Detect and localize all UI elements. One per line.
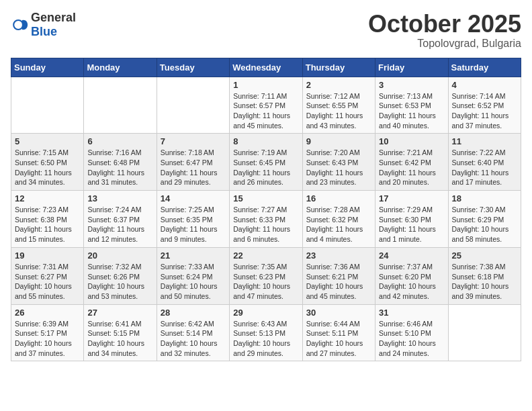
calendar-cell xyxy=(157,77,229,134)
calendar-cell xyxy=(448,304,521,361)
day-info: Sunrise: 6:41 AM Sunset: 5:15 PM Dayligh… xyxy=(87,319,152,359)
day-info: Sunrise: 7:28 AM Sunset: 6:32 PM Dayligh… xyxy=(306,205,371,244)
calendar-cell: 10Sunrise: 7:21 AM Sunset: 6:42 PM Dayli… xyxy=(375,134,448,191)
day-number: 8 xyxy=(233,136,298,146)
calendar-cell: 27Sunrise: 6:41 AM Sunset: 5:15 PM Dayli… xyxy=(84,304,157,361)
day-info: Sunrise: 7:29 AM Sunset: 6:30 PM Dayligh… xyxy=(379,205,444,244)
calendar-cell: 23Sunrise: 7:36 AM Sunset: 6:21 PM Dayli… xyxy=(302,247,375,304)
day-info: Sunrise: 7:35 AM Sunset: 6:23 PM Dayligh… xyxy=(233,262,298,302)
day-info: Sunrise: 7:27 AM Sunset: 6:33 PM Dayligh… xyxy=(233,205,298,244)
logo: General Blue xyxy=(11,11,76,39)
day-info: Sunrise: 7:12 AM Sunset: 6:55 PM Dayligh… xyxy=(306,91,371,131)
day-number: 6 xyxy=(87,136,152,146)
day-info: Sunrise: 7:16 AM Sunset: 6:48 PM Dayligh… xyxy=(87,148,152,187)
day-number: 30 xyxy=(306,308,371,318)
logo-text: General Blue xyxy=(31,11,76,39)
calendar-week-row: 19Sunrise: 7:31 AM Sunset: 6:27 PM Dayli… xyxy=(11,247,521,304)
calendar-cell: 31Sunrise: 6:46 AM Sunset: 5:10 PM Dayli… xyxy=(375,304,448,361)
calendar-cell: 5Sunrise: 7:15 AM Sunset: 6:50 PM Daylig… xyxy=(11,134,84,191)
day-number: 4 xyxy=(452,80,517,90)
day-number: 15 xyxy=(233,193,298,203)
day-info: Sunrise: 7:30 AM Sunset: 6:29 PM Dayligh… xyxy=(452,205,517,244)
day-info: Sunrise: 7:20 AM Sunset: 6:43 PM Dayligh… xyxy=(306,148,371,187)
calendar-cell: 26Sunrise: 6:39 AM Sunset: 5:17 PM Dayli… xyxy=(11,304,84,361)
day-info: Sunrise: 7:21 AM Sunset: 6:42 PM Dayligh… xyxy=(379,148,444,187)
location-title: Topolovgrad, Bulgaria xyxy=(368,38,521,50)
day-info: Sunrise: 7:23 AM Sunset: 6:38 PM Dayligh… xyxy=(15,205,80,244)
day-info: Sunrise: 7:36 AM Sunset: 6:21 PM Dayligh… xyxy=(306,262,371,302)
day-number: 12 xyxy=(15,193,80,203)
day-number: 16 xyxy=(306,193,371,203)
calendar-cell: 11Sunrise: 7:22 AM Sunset: 6:40 PM Dayli… xyxy=(448,134,521,191)
calendar-cell: 7Sunrise: 7:18 AM Sunset: 6:47 PM Daylig… xyxy=(157,134,229,191)
calendar-cell: 19Sunrise: 7:31 AM Sunset: 6:27 PM Dayli… xyxy=(11,247,84,304)
calendar-cell: 30Sunrise: 6:44 AM Sunset: 5:11 PM Dayli… xyxy=(302,304,375,361)
calendar-cell: 21Sunrise: 7:33 AM Sunset: 6:24 PM Dayli… xyxy=(157,247,229,304)
day-number: 14 xyxy=(161,193,226,203)
day-info: Sunrise: 7:22 AM Sunset: 6:40 PM Dayligh… xyxy=(452,148,517,187)
logo-general: General xyxy=(31,11,76,24)
calendar-cell: 28Sunrise: 6:42 AM Sunset: 5:14 PM Dayli… xyxy=(157,304,229,361)
day-number: 13 xyxy=(87,193,152,203)
day-number: 23 xyxy=(306,250,371,261)
day-info: Sunrise: 7:25 AM Sunset: 6:35 PM Dayligh… xyxy=(161,205,226,244)
weekday-header: Friday xyxy=(375,58,448,77)
calendar-cell: 3Sunrise: 7:13 AM Sunset: 6:53 PM Daylig… xyxy=(375,77,448,134)
svg-point-0 xyxy=(13,20,23,30)
weekday-header: Tuesday xyxy=(157,58,229,77)
day-info: Sunrise: 7:18 AM Sunset: 6:47 PM Dayligh… xyxy=(161,148,226,187)
day-number: 9 xyxy=(306,136,371,146)
weekday-header: Sunday xyxy=(11,58,84,77)
day-number: 31 xyxy=(379,308,444,318)
weekday-header: Saturday xyxy=(448,58,521,77)
calendar-cell: 29Sunrise: 6:43 AM Sunset: 5:13 PM Dayli… xyxy=(230,304,302,361)
calendar-cell: 8Sunrise: 7:19 AM Sunset: 6:45 PM Daylig… xyxy=(230,134,302,191)
day-number: 26 xyxy=(15,308,80,318)
day-number: 1 xyxy=(233,80,298,90)
day-number: 28 xyxy=(161,308,226,318)
calendar-cell: 6Sunrise: 7:16 AM Sunset: 6:48 PM Daylig… xyxy=(84,134,157,191)
day-number: 5 xyxy=(15,136,80,146)
calendar-cell: 25Sunrise: 7:38 AM Sunset: 6:18 PM Dayli… xyxy=(448,247,521,304)
day-info: Sunrise: 6:44 AM Sunset: 5:11 PM Dayligh… xyxy=(306,319,371,359)
calendar-cell: 24Sunrise: 7:37 AM Sunset: 6:20 PM Dayli… xyxy=(375,247,448,304)
calendar-cell: 16Sunrise: 7:28 AM Sunset: 6:32 PM Dayli… xyxy=(302,191,375,248)
day-info: Sunrise: 7:32 AM Sunset: 6:26 PM Dayligh… xyxy=(87,262,152,302)
day-info: Sunrise: 7:33 AM Sunset: 6:24 PM Dayligh… xyxy=(161,262,226,302)
calendar-week-row: 26Sunrise: 6:39 AM Sunset: 5:17 PM Dayli… xyxy=(11,304,521,361)
logo-blue: Blue xyxy=(31,25,57,38)
weekday-header: Monday xyxy=(84,58,157,77)
calendar-cell: 2Sunrise: 7:12 AM Sunset: 6:55 PM Daylig… xyxy=(302,77,375,134)
calendar-cell: 14Sunrise: 7:25 AM Sunset: 6:35 PM Dayli… xyxy=(157,191,229,248)
day-info: Sunrise: 6:39 AM Sunset: 5:17 PM Dayligh… xyxy=(15,319,80,359)
day-info: Sunrise: 7:15 AM Sunset: 6:50 PM Dayligh… xyxy=(15,148,80,187)
calendar-cell: 9Sunrise: 7:20 AM Sunset: 6:43 PM Daylig… xyxy=(302,134,375,191)
day-info: Sunrise: 7:19 AM Sunset: 6:45 PM Dayligh… xyxy=(233,148,298,187)
day-number: 20 xyxy=(87,250,152,261)
calendar-cell: 15Sunrise: 7:27 AM Sunset: 6:33 PM Dayli… xyxy=(230,191,302,248)
weekday-header-row: SundayMondayTuesdayWednesdayThursdayFrid… xyxy=(11,58,521,77)
day-number: 17 xyxy=(379,193,444,203)
title-area: October 2025 Topolovgrad, Bulgaria xyxy=(368,11,521,50)
day-info: Sunrise: 7:14 AM Sunset: 6:52 PM Dayligh… xyxy=(452,91,517,131)
calendar-cell: 12Sunrise: 7:23 AM Sunset: 6:38 PM Dayli… xyxy=(11,191,84,248)
day-info: Sunrise: 6:46 AM Sunset: 5:10 PM Dayligh… xyxy=(379,319,444,359)
day-info: Sunrise: 7:24 AM Sunset: 6:37 PM Dayligh… xyxy=(87,205,152,244)
calendar-cell: 17Sunrise: 7:29 AM Sunset: 6:30 PM Dayli… xyxy=(375,191,448,248)
day-number: 7 xyxy=(161,136,226,146)
weekday-header: Thursday xyxy=(302,58,375,77)
calendar-table: SundayMondayTuesdayWednesdayThursdayFrid… xyxy=(11,58,521,362)
calendar-cell: 22Sunrise: 7:35 AM Sunset: 6:23 PM Dayli… xyxy=(230,247,302,304)
day-number: 2 xyxy=(306,80,371,90)
day-info: Sunrise: 7:13 AM Sunset: 6:53 PM Dayligh… xyxy=(379,91,444,131)
calendar-week-row: 1Sunrise: 7:11 AM Sunset: 6:57 PM Daylig… xyxy=(11,77,521,134)
day-number: 3 xyxy=(379,80,444,90)
day-number: 19 xyxy=(15,250,80,261)
calendar-week-row: 5Sunrise: 7:15 AM Sunset: 6:50 PM Daylig… xyxy=(11,134,521,191)
weekday-header: Wednesday xyxy=(230,58,302,77)
calendar-cell xyxy=(84,77,157,134)
day-info: Sunrise: 7:38 AM Sunset: 6:18 PM Dayligh… xyxy=(452,262,517,302)
day-number: 27 xyxy=(87,308,152,318)
logo-icon xyxy=(11,15,30,34)
day-number: 11 xyxy=(452,136,517,146)
